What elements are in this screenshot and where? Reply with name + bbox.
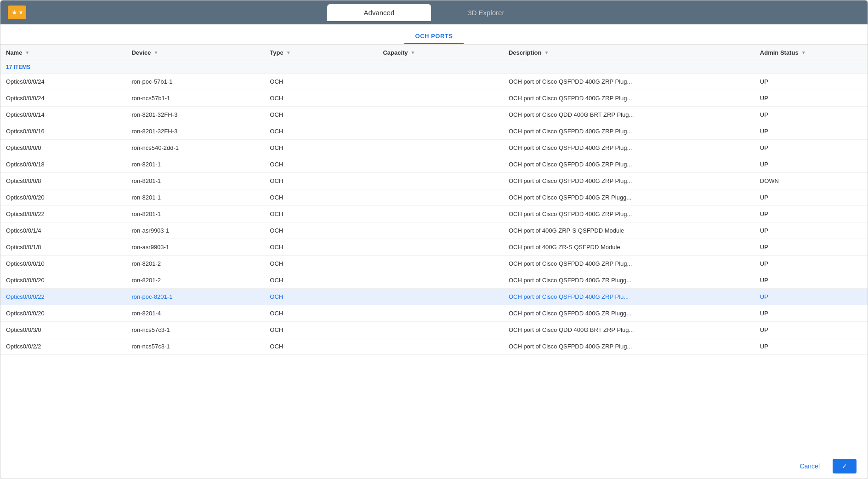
sub-tab-och-ports[interactable]: OCH PORTS — [404, 29, 464, 44]
col-header-description[interactable]: Description ▼ — [503, 45, 755, 61]
cell-name: Optics0/0/0/18 — [0, 156, 126, 173]
cell-device: ron-8201-1 — [126, 156, 264, 173]
table-row[interactable]: Optics0/0/0/22ron-8201-1OCHOCH port of C… — [0, 206, 868, 222]
cell-device: ron-asr9903-1 — [126, 239, 264, 256]
col-header-admin-status[interactable]: Admin Status ▼ — [755, 45, 868, 61]
cell-description: OCH port of Cisco QDD 400G BRT ZRP Plug.… — [503, 107, 755, 123]
cell-adminStatus: UP — [755, 206, 868, 222]
cell-adminStatus: UP — [755, 189, 868, 206]
sort-icon-capacity: ▼ — [411, 50, 415, 55]
cell-device: ron-8201-1 — [126, 206, 264, 222]
cell-description: OCH port of Cisco QSFPDD 400G ZRP Plug..… — [503, 74, 755, 90]
cell-description: OCH port of Cisco QSFPDD 400G ZRP Plug..… — [503, 206, 755, 222]
sort-icon-type: ▼ — [286, 50, 291, 55]
cell-adminStatus: UP — [755, 289, 868, 305]
items-count: 17 ITEMS — [0, 61, 868, 74]
tab-area: Advanced 3D Explorer — [327, 4, 541, 21]
cell-type: OCH — [264, 289, 377, 305]
cell-capacity — [377, 74, 503, 90]
cell-adminStatus: UP — [755, 74, 868, 90]
cell-description: OCH port of 400G ZRP-S QSFPDD Module — [503, 222, 755, 239]
cell-device: ron-ncs540-2dd-1 — [126, 140, 264, 156]
cell-capacity — [377, 289, 503, 305]
cell-device: ron-ncs57c3-1 — [126, 338, 264, 355]
cell-name: Optics0/0/0/24 — [0, 74, 126, 90]
cell-description: OCH port of Cisco QSFPDD 400G ZRP Plug..… — [503, 256, 755, 272]
col-header-type[interactable]: Type ▼ — [264, 45, 377, 61]
cell-type: OCH — [264, 256, 377, 272]
table-body: Optics0/0/0/24ron-poc-57b1-1OCHOCH port … — [0, 74, 868, 355]
cell-capacity — [377, 140, 503, 156]
cell-adminStatus: UP — [755, 305, 868, 322]
cell-device: ron-ncs57b1-1 — [126, 90, 264, 107]
cell-adminStatus: UP — [755, 140, 868, 156]
table-row[interactable]: Optics0/0/0/20ron-8201-1OCHOCH port of C… — [0, 189, 868, 206]
sort-icon-device: ▼ — [153, 50, 158, 55]
cell-capacity — [377, 256, 503, 272]
cell-description: OCH port of Cisco QSFPDD 400G ZR Plugg..… — [503, 189, 755, 206]
table-row[interactable]: Optics0/0/0/20ron-8201-2OCHOCH port of C… — [0, 272, 868, 289]
cell-device: ron-poc-8201-1 — [126, 289, 264, 305]
cell-capacity — [377, 305, 503, 322]
cancel-button[interactable]: Cancel — [792, 459, 827, 473]
cell-device: ron-8201-32FH-3 — [126, 123, 264, 140]
content-area: OCH PORTS Name ▼ Device — [0, 24, 868, 453]
table-row[interactable]: Optics0/0/0/16ron-8201-32FH-3OCHOCH port… — [0, 123, 868, 140]
cell-name: Optics0/0/0/20 — [0, 305, 126, 322]
ok-button[interactable]: ✓ — [833, 459, 857, 473]
table-row[interactable]: Optics0/0/0/8ron-8201-1OCHOCH port of Ci… — [0, 173, 868, 189]
cell-description: OCH port of Cisco QSFPDD 400G ZR Plugg..… — [503, 305, 755, 322]
table-row[interactable]: Optics0/0/0/24ron-poc-57b1-1OCHOCH port … — [0, 74, 868, 90]
sort-icon-description: ▼ — [544, 50, 549, 55]
och-ports-table: Name ▼ Device ▼ Type — [0, 45, 868, 355]
dropdown-icon: ▾ — [19, 9, 23, 16]
cell-name: Optics0/0/0/20 — [0, 189, 126, 206]
cell-device: ron-8201-2 — [126, 272, 264, 289]
table-row[interactable]: Optics0/0/0/18ron-8201-1OCHOCH port of C… — [0, 156, 868, 173]
cell-name: Optics0/0/1/8 — [0, 239, 126, 256]
table-row[interactable]: Optics0/0/0/14ron-8201-32FH-3OCHOCH port… — [0, 107, 868, 123]
tab-3d-explorer[interactable]: 3D Explorer — [431, 4, 541, 21]
cell-capacity — [377, 338, 503, 355]
col-header-name[interactable]: Name ▼ — [0, 45, 126, 61]
table-row[interactable]: Optics0/0/1/8ron-asr9903-1OCHOCH port of… — [0, 239, 868, 256]
cell-capacity — [377, 173, 503, 189]
star-dropdown-button[interactable]: ★ ▾ — [8, 6, 26, 19]
cell-name: Optics0/0/0/20 — [0, 272, 126, 289]
cell-capacity — [377, 272, 503, 289]
table-row[interactable]: Optics0/0/0/0ron-ncs540-2dd-1OCHOCH port… — [0, 140, 868, 156]
table-row[interactable]: Optics0/0/0/20ron-8201-4OCHOCH port of C… — [0, 305, 868, 322]
table-container[interactable]: Name ▼ Device ▼ Type — [0, 45, 868, 453]
cell-device: ron-asr9903-1 — [126, 222, 264, 239]
table-row[interactable]: Optics0/0/0/22ron-poc-8201-1OCHOCH port … — [0, 289, 868, 305]
cell-description: OCH port of Cisco QSFPDD 400G ZRP Plug..… — [503, 140, 755, 156]
footer-bar: Cancel ✓ — [0, 453, 868, 479]
table-header-row: Name ▼ Device ▼ Type — [0, 45, 868, 61]
cell-device: ron-poc-57b1-1 — [126, 74, 264, 90]
table-row[interactable]: Optics0/0/0/10ron-8201-2OCHOCH port of C… — [0, 256, 868, 272]
sort-icon-admin: ▼ — [801, 50, 806, 55]
cell-name: Optics0/0/0/8 — [0, 173, 126, 189]
cell-adminStatus: UP — [755, 123, 868, 140]
table-row[interactable]: Optics0/0/1/4ron-asr9903-1OCHOCH port of… — [0, 222, 868, 239]
sort-icon-name: ▼ — [25, 50, 29, 55]
cell-capacity — [377, 107, 503, 123]
cell-type: OCH — [264, 74, 377, 90]
cell-description: OCH port of Cisco QSFPDD 400G ZRP Plu... — [503, 289, 755, 305]
cell-description: OCH port of Cisco QDD 400G BRT ZRP Plug.… — [503, 322, 755, 338]
table-row[interactable]: Optics0/0/0/24ron-ncs57b1-1OCHOCH port o… — [0, 90, 868, 107]
cell-capacity — [377, 156, 503, 173]
col-header-capacity[interactable]: Capacity ▼ — [377, 45, 503, 61]
cell-adminStatus: UP — [755, 272, 868, 289]
cell-type: OCH — [264, 239, 377, 256]
cell-description: OCH port of Cisco QSFPDD 400G ZRP Plug..… — [503, 123, 755, 140]
table-row[interactable]: Optics0/0/3/0ron-ncs57c3-1OCHOCH port of… — [0, 322, 868, 338]
tab-advanced[interactable]: Advanced — [327, 4, 431, 21]
cell-description: OCH port of 400G ZR-S QSFPDD Module — [503, 239, 755, 256]
col-header-device[interactable]: Device ▼ — [126, 45, 264, 61]
cell-device: ron-ncs57c3-1 — [126, 322, 264, 338]
cell-type: OCH — [264, 338, 377, 355]
table-row[interactable]: Optics0/0/2/2ron-ncs57c3-1OCHOCH port of… — [0, 338, 868, 355]
sub-tab-bar: OCH PORTS — [0, 24, 868, 45]
cell-name: Optics0/0/0/14 — [0, 107, 126, 123]
